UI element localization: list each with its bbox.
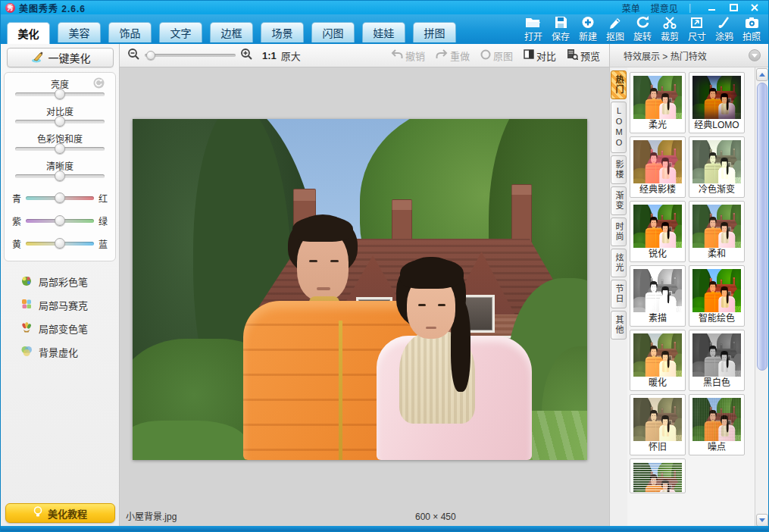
effect-thumbnail[interactable]: 噪点 <box>689 394 745 455</box>
effect-category-tab[interactable]: 炫光 <box>611 249 627 277</box>
original-circle-icon <box>480 49 491 62</box>
nav-tab[interactable]: 边框 <box>210 22 253 42</box>
slider-thumb[interactable] <box>55 89 65 99</box>
beautify-tutorial-button[interactable]: 美化教程 <box>5 503 115 523</box>
crop-button[interactable]: 裁剪 <box>656 16 683 42</box>
effect-thumbnail[interactable]: 智能绘色 <box>689 265 745 327</box>
slider-thumb[interactable] <box>55 215 65 226</box>
effect-category-tab[interactable]: 其他 <box>611 311 627 340</box>
effects-dropdown-button[interactable] <box>749 49 761 61</box>
cutout-button[interactable]: 抠图 <box>602 16 629 42</box>
maximize-button[interactable] <box>727 3 739 13</box>
local-color-pen-item[interactable]: 局部彩色笔 <box>1 270 120 293</box>
preview-button[interactable]: 预览 <box>567 49 600 63</box>
zoom-ratio: 1:1 <box>262 50 277 61</box>
slider-track[interactable] <box>15 120 105 124</box>
save-button[interactable]: 保存 <box>547 16 574 42</box>
zoom-in-icon[interactable] <box>240 48 253 63</box>
effect-thumbnail[interactable]: 锐化 <box>630 201 686 262</box>
slider-thumb[interactable] <box>55 238 65 249</box>
effect-thumbnail[interactable]: 经典LOMO <box>689 72 745 133</box>
zoom-slider-track[interactable] <box>145 54 236 57</box>
nav-tab-label: 场景 <box>272 25 293 40</box>
nav-tab[interactable]: 美化 <box>7 22 50 44</box>
slider-thumb[interactable] <box>55 192 65 203</box>
effect-category-tab[interactable]: 影楼 <box>611 155 627 184</box>
canvas-column: 1:1 原大 撤销 重做 原图 <box>120 44 609 527</box>
effect-thumbnail[interactable]: 冷色渐变 <box>689 136 745 198</box>
slider-track[interactable] <box>15 92 105 96</box>
feedback-button[interactable]: 提意见 <box>651 2 678 14</box>
effect-preview-image <box>633 462 682 493</box>
scroll-down-button[interactable] <box>756 514 768 527</box>
photo-button[interactable]: 拍照 <box>738 16 765 42</box>
close-button[interactable] <box>749 3 761 13</box>
zoom-out-icon[interactable] <box>127 48 140 63</box>
purple-green-slider-track[interactable] <box>26 219 94 223</box>
resize-button[interactable]: 尺寸 <box>683 16 711 42</box>
effect-label: 黑白色 <box>692 377 741 390</box>
effect-thumbnail[interactable] <box>630 458 686 493</box>
one-key-beautify-button[interactable]: 一键美化 <box>7 48 114 67</box>
effect-thumbnail[interactable]: 素描 <box>630 265 686 327</box>
open-button[interactable]: 打开 <box>520 16 547 42</box>
scroll-up-button[interactable] <box>756 68 768 81</box>
nav-tab[interactable]: 闪图 <box>311 22 355 42</box>
effect-category-tab[interactable]: 节日 <box>611 280 627 308</box>
menu-button[interactable]: 菜单 <box>622 2 640 14</box>
yellow-blue-slider-track[interactable] <box>26 242 94 246</box>
background-blur-item[interactable]: 背景虚化 <box>1 340 120 364</box>
effect-categories: 热门LOMO影楼渐变时尚炫光节日其他 <box>610 67 627 527</box>
reset-icon[interactable] <box>93 77 105 91</box>
effect-thumbnail[interactable]: 经典影楼 <box>630 136 686 198</box>
original-image-button[interactable]: 原图 <box>480 49 513 63</box>
effect-thumbnail[interactable]: 怀旧 <box>630 394 686 455</box>
new-button[interactable]: 新建 <box>574 16 602 42</box>
slider-track[interactable] <box>15 174 105 178</box>
chevron-down-icon <box>759 518 765 522</box>
camera-icon <box>745 16 759 29</box>
effect-category-label: 时尚 <box>614 222 623 242</box>
adjust-slider-row: 亮度 <box>5 77 115 105</box>
effect-thumbnail[interactable]: 柔和 <box>689 201 745 262</box>
nav-tab[interactable]: 场景 <box>261 22 304 42</box>
slider-thumb[interactable] <box>55 143 65 154</box>
local-recolor-pen-item[interactable]: 局部变色笔 <box>1 317 120 340</box>
nav-tab[interactable]: 娃娃 <box>362 22 405 42</box>
zoom-slider-thumb[interactable] <box>146 51 155 60</box>
photo-image[interactable] <box>133 119 587 460</box>
slider-thumb[interactable] <box>55 116 65 127</box>
effect-category-tab[interactable]: 热门 <box>611 70 627 99</box>
effect-thumbnail[interactable]: 暖化 <box>630 330 686 391</box>
redo-button[interactable]: 重做 <box>436 49 470 63</box>
effect-thumbnail[interactable]: 黑白色 <box>689 330 745 391</box>
nav-tab-label: 美化 <box>18 26 39 41</box>
canvas-toolbar: 1:1 原大 撤销 重做 原图 <box>120 44 609 67</box>
effect-category-tab[interactable]: 时尚 <box>611 217 627 246</box>
zoom-original-size-button[interactable]: 原大 <box>281 49 301 63</box>
compare-button[interactable]: 对比 <box>524 49 556 63</box>
photo-scene <box>633 398 682 441</box>
nav-tab-label: 饰品 <box>120 25 141 40</box>
effect-category-tab[interactable]: LOMO <box>611 102 627 153</box>
nav-tab[interactable]: 文字 <box>159 22 202 42</box>
nav-tab[interactable]: 美容 <box>58 22 101 42</box>
rotate-button[interactable]: 旋转 <box>629 16 656 42</box>
effect-category-tab[interactable]: 渐变 <box>611 186 627 215</box>
nav-tab[interactable]: 饰品 <box>108 22 152 42</box>
effect-thumbnail[interactable]: 柔光 <box>630 72 686 133</box>
scrollbar-thumb[interactable] <box>757 83 767 371</box>
slider-track[interactable] <box>15 147 105 151</box>
nav-tab[interactable]: 拼图 <box>413 22 456 42</box>
slider-thumb[interactable] <box>55 171 65 181</box>
local-mosaic-item[interactable]: 局部马赛克 <box>1 293 120 317</box>
effect-preview-image <box>633 140 682 183</box>
minimize-button[interactable] <box>706 3 718 13</box>
recolor-pen-icon <box>20 321 33 336</box>
effects-scrollbar[interactable] <box>755 67 768 527</box>
undo-button[interactable]: 撤销 <box>391 49 425 63</box>
window-bottom-strip <box>1 526 768 531</box>
adjust-slider-row: 色彩饱和度 <box>5 132 115 159</box>
doodle-button[interactable]: 涂鸦 <box>711 16 738 42</box>
cyan-red-slider-track[interactable] <box>26 196 94 200</box>
